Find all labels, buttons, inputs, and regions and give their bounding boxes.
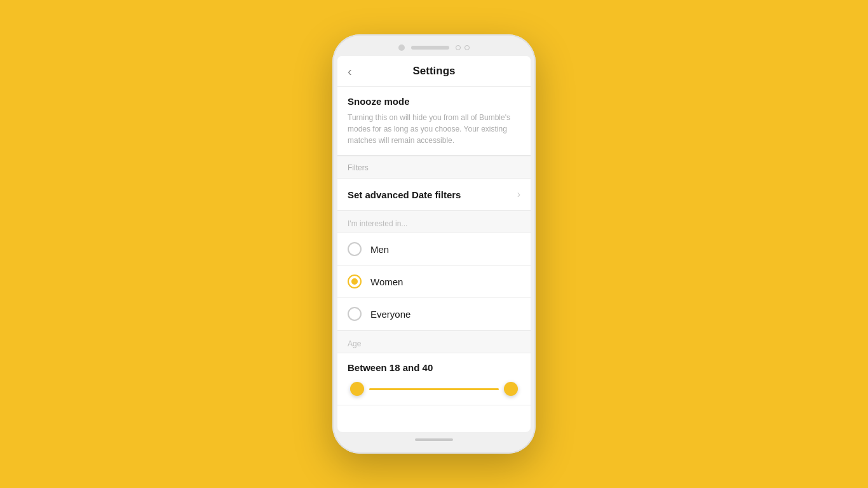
radio-circle-women	[348, 274, 362, 288]
phone-dot-1	[456, 45, 461, 50]
radio-option-men[interactable]: Men	[337, 233, 531, 266]
snooze-description: Turning this on will hide you from all o…	[348, 112, 520, 146]
radio-circle-everyone	[348, 307, 362, 321]
radio-selected-dot-women	[351, 278, 358, 285]
snooze-title: Snooze mode	[348, 96, 520, 107]
slider-thumb-max[interactable]	[504, 382, 518, 396]
age-range-text: Between 18 and 40	[348, 362, 520, 373]
page-title: Settings	[348, 65, 520, 78]
advanced-filters-row[interactable]: Set advanced Date filters ›	[337, 179, 531, 211]
phone-frame: ‹ Settings Snooze mode Turning this on w…	[332, 34, 536, 454]
settings-header: ‹ Settings	[337, 56, 531, 87]
phone-screen: ‹ Settings Snooze mode Turning this on w…	[337, 56, 531, 432]
back-button[interactable]: ‹	[348, 64, 352, 79]
chevron-right-icon: ›	[517, 189, 520, 200]
phone-bottom-bar	[337, 432, 531, 444]
radio-label-women: Women	[370, 276, 403, 287]
age-slider-row[interactable]	[348, 382, 520, 396]
radio-label-men: Men	[370, 244, 389, 255]
interest-section-label: I'm interested in...	[337, 211, 531, 233]
phone-top-bar	[337, 42, 531, 56]
age-label-text: Age	[348, 339, 361, 348]
interest-label-text: I'm interested in...	[348, 219, 407, 228]
home-indicator	[415, 438, 453, 441]
screen-content: ‹ Settings Snooze mode Turning this on w…	[337, 56, 531, 432]
advanced-filters-title: Set advanced Date filters	[348, 189, 461, 200]
slider-fill	[369, 388, 499, 390]
phone-dots	[456, 45, 470, 50]
radio-circle-men	[348, 242, 362, 256]
age-section-label: Age	[337, 330, 531, 353]
phone-speaker-icon	[411, 46, 449, 50]
filters-section-label: Filters	[337, 156, 531, 179]
slider-thumb-min[interactable]	[350, 382, 364, 396]
phone-camera-icon	[398, 44, 405, 51]
snooze-section-inner: Snooze mode Turning this on will hide yo…	[337, 87, 531, 155]
radio-label-everyone: Everyone	[370, 309, 410, 320]
slider-track	[369, 388, 499, 390]
age-range-row: Between 18 and 40	[337, 353, 531, 405]
radio-option-everyone[interactable]: Everyone	[337, 298, 531, 330]
radio-option-women[interactable]: Women	[337, 266, 531, 298]
filters-label-text: Filters	[348, 163, 369, 172]
phone-dot-2	[465, 45, 470, 50]
snooze-section: Snooze mode Turning this on will hide yo…	[337, 87, 531, 156]
